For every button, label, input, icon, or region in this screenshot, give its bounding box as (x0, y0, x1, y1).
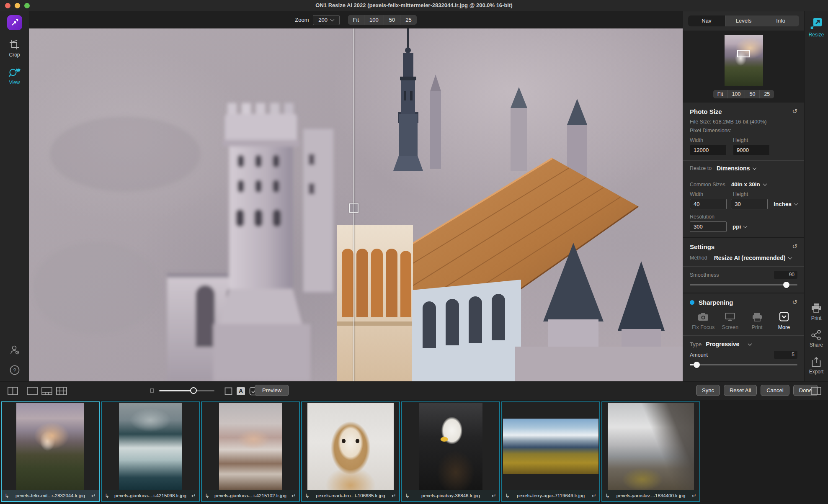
print-button[interactable]: Print (810, 303, 822, 321)
dual-pane-icon[interactable] (811, 387, 821, 395)
help-icon[interactable]: ? (9, 365, 20, 375)
sharpen-more-button[interactable]: More (771, 312, 797, 330)
thumbnail-mountain-rocks (219, 403, 282, 490)
tab-info[interactable]: Info (762, 15, 799, 26)
filename: pexels-gianluca-...i-4215098.lr.jpg (112, 493, 189, 498)
nav-25-button[interactable]: 25 (760, 90, 774, 98)
return-icon[interactable]: ↵ (291, 493, 296, 499)
sub-file-icon: ↳ (105, 493, 109, 499)
return-icon[interactable]: ↵ (91, 493, 96, 499)
sharpening-enabled-dot[interactable] (690, 300, 694, 305)
filmstrip-item-7[interactable]: ↳ pexels-yaroslav...-1834400.lr.jpg ↵ (601, 401, 700, 502)
document-size-section: Common Sizes 40in x 30in Width Height In… (683, 176, 804, 237)
printer-icon (751, 312, 763, 322)
preview-button[interactable]: Preview (255, 385, 289, 396)
tab-levels[interactable]: Levels (725, 15, 763, 26)
zoom-fit-button[interactable]: Fit (348, 15, 364, 25)
reset-sharpening-icon[interactable]: ↺ (792, 298, 797, 306)
smoothness-slider-handle[interactable] (783, 282, 789, 288)
export-button[interactable]: Export (809, 356, 824, 375)
close-window-button[interactable] (5, 3, 10, 8)
smoothness-value[interactable]: 90 (774, 271, 797, 279)
type-select[interactable]: Progressive (706, 341, 751, 347)
view-tool[interactable]: View (8, 67, 21, 85)
cancel-button[interactable]: Cancel (761, 385, 789, 396)
single-view-icon[interactable] (27, 387, 38, 395)
reset-photo-size-icon[interactable]: ↺ (792, 108, 797, 115)
smoothness-label: Smoothness (690, 272, 719, 278)
reset-all-button[interactable]: Reset All (724, 385, 757, 396)
nav-fit-button[interactable]: Fit (713, 90, 728, 98)
pixel-height-input[interactable] (733, 145, 770, 155)
resize-module[interactable]: Resize (809, 17, 824, 38)
method-select[interactable]: Resize AI (recommended) (714, 255, 792, 261)
bottom-control-bar: A Preview Sync Reset All Cancel Done (0, 381, 828, 400)
doc-height-input[interactable] (731, 199, 768, 209)
zoom-window-button[interactable] (24, 3, 30, 8)
opacity-slider-handle[interactable] (190, 387, 197, 394)
nav-100-button[interactable]: 100 (728, 90, 745, 98)
chevron-down-icon (763, 182, 767, 186)
zoom-100-button[interactable]: 100 (364, 15, 384, 25)
return-icon[interactable]: ↵ (592, 493, 596, 499)
compare-split-view-icon[interactable] (8, 387, 18, 395)
return-icon[interactable]: ↵ (191, 493, 196, 499)
method-label: Method (690, 255, 707, 261)
sharpen-print-button[interactable]: Print (744, 312, 771, 330)
sharpening-section: Sharpening ↺ Fix Focus Screen Print (683, 293, 804, 335)
pixel-width-input[interactable] (690, 145, 727, 155)
resolution-units-select[interactable]: ppi (733, 224, 747, 230)
grid-view-icon[interactable] (56, 387, 67, 395)
pixel-dimensions-label: Pixel Dimensions: (690, 128, 797, 134)
share-button[interactable]: Share (810, 329, 823, 348)
sharpening-title: Sharpening (699, 299, 733, 306)
filmstrip-item-2[interactable]: ↳ pexels-gianluca-...i-4215098.lr.jpg ↵ (101, 401, 200, 502)
reset-settings-icon[interactable]: ↺ (792, 243, 797, 250)
smoothness-slider[interactable] (690, 282, 797, 288)
sync-button[interactable]: Sync (696, 385, 720, 396)
resolution-label: Resolution (690, 214, 733, 220)
zoom-25-button[interactable]: 25 (400, 15, 416, 25)
sharpen-screen-button[interactable]: Screen (717, 312, 743, 330)
filename: pexels-mark-bro...t-106685.lr.jpg (312, 493, 389, 498)
doc-width-input[interactable] (690, 199, 727, 209)
return-icon[interactable]: ↵ (692, 493, 696, 499)
file-size-row: File Size: 618.2MB 16-bit (400%) (690, 119, 797, 125)
filename: pexels-gianluca-...i-4215102.lr.jpg (212, 493, 289, 498)
amount-slider[interactable] (690, 362, 797, 368)
tab-nav[interactable]: Nav (688, 15, 725, 26)
opacity-min-icon (150, 388, 154, 393)
split-divider-handle[interactable] (349, 203, 359, 213)
resize-to-select[interactable]: Dimensions (717, 165, 756, 172)
nav-50-button[interactable]: 50 (745, 90, 760, 98)
preview-opacity-slider[interactable] (159, 388, 214, 393)
amount-value[interactable]: 5 (774, 351, 797, 359)
return-icon[interactable]: ↵ (392, 493, 396, 499)
common-sizes-select[interactable]: 40in x 30in (731, 181, 766, 188)
sub-file-icon: ↳ (405, 493, 410, 499)
account-icon[interactable] (9, 345, 20, 355)
print-icon (810, 303, 822, 314)
filmstrip-item-1[interactable]: ↳ pexels-felix-mit...r-2832044.lr.jpg ↵ (1, 401, 100, 502)
sharpen-fix-focus-button[interactable]: Fix Focus (690, 312, 717, 330)
navigator-view-rect[interactable] (737, 50, 750, 57)
resolution-input[interactable] (690, 221, 727, 232)
crop-tool[interactable]: Crop (9, 39, 20, 58)
zoom-50-button[interactable]: 50 (384, 15, 400, 25)
sub-file-icon: ↳ (5, 493, 9, 499)
resize-to-row: Resize to Dimensions (683, 161, 804, 176)
units-select[interactable]: Inches (774, 201, 797, 207)
filmstrip-item-3[interactable]: ↳ pexels-gianluca-...i-4215102.lr.jpg ↵ (201, 401, 300, 502)
amount-slider-handle[interactable] (694, 362, 700, 368)
filmstrip-item-4[interactable]: ↳ pexels-mark-bro...t-106685.lr.jpg ↵ (301, 401, 400, 502)
image-preview-canvas[interactable] (29, 28, 683, 381)
soft-proof-icon[interactable]: A (237, 387, 245, 395)
filmstrip-item-6[interactable]: ↳ pexels-terry-agar-7119649.lr.jpg ↵ (501, 401, 600, 502)
background-fill-icon[interactable] (224, 387, 232, 395)
return-icon[interactable]: ↵ (492, 493, 496, 499)
navigator-thumbnail[interactable] (725, 35, 763, 86)
zoom-select[interactable]: 200 (313, 15, 340, 25)
filmstrip-item-5[interactable]: ↳ pexels-pixabay-36846.lr.jpg ↵ (401, 401, 500, 502)
minimize-window-button[interactable] (15, 3, 20, 8)
filmstrip-view-icon[interactable] (41, 387, 52, 395)
